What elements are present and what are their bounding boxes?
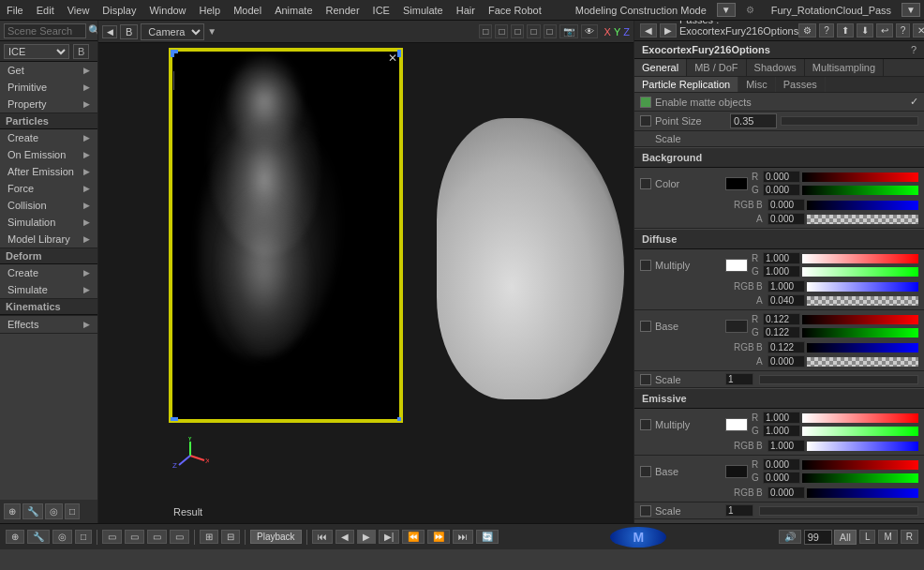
vp-icon-3[interactable]: □ [511,24,524,38]
tab-multisampling[interactable]: Multisampling [805,59,884,76]
diff-base-a-input[interactable] [768,355,805,368]
bb-icon-6[interactable]: ▭ [125,530,144,544]
menu-hair[interactable]: Hair [450,3,482,18]
emis-multiply-checkbox[interactable] [640,419,651,430]
diff-base-swatch[interactable] [725,320,748,333]
primitive-button[interactable]: Primitive ▶ [0,79,97,96]
tool-icon-1[interactable]: ⊕ [4,503,21,519]
diff-scale-input[interactable] [725,373,753,385]
diff-base-g-input[interactable] [763,326,800,338]
passes-icon-4[interactable]: ⬇ [857,23,873,38]
tab-mb-dof[interactable]: MB / DoF [687,59,746,76]
property-button[interactable]: Property ▶ [0,96,97,112]
ice-dropdown[interactable]: ICE [4,44,69,59]
emis-scale-slider[interactable] [759,506,918,516]
menu-edit[interactable]: Edit [30,3,61,18]
bg-a-input[interactable] [768,213,805,225]
emis-multiply-swatch[interactable] [725,418,748,431]
bb-icon-r2[interactable]: M [878,530,897,544]
menu-help[interactable]: Help [193,3,228,18]
bg-b-input[interactable] [768,199,805,211]
force-button[interactable]: Force ▶ [0,180,97,197]
bg-g-input[interactable] [763,184,800,196]
emis-base-r-input[interactable] [763,458,800,471]
vp-icon-1[interactable]: □ [479,24,492,38]
bb-icon-1[interactable]: ⊕ [6,530,24,544]
deform-create-button[interactable]: Create ▶ [0,264,97,281]
passes-close-button[interactable]: ✕ [913,23,924,38]
diff-base-r-input[interactable] [763,313,800,325]
tab-shadows[interactable]: Shadows [747,59,805,76]
bb-icon-9[interactable]: ⊞ [200,530,218,544]
menu-display[interactable]: Display [96,3,142,18]
menu-render[interactable]: Render [320,3,366,18]
emis-base-b-input[interactable] [768,487,805,499]
bg-color-checkbox[interactable] [640,178,651,189]
emis-scale-input[interactable] [725,504,753,517]
diff-mul-a-input[interactable] [768,294,805,307]
menu-view[interactable]: View [61,3,97,18]
diff-base-b-input[interactable] [768,341,805,353]
bb-icon-2[interactable]: 🔧 [27,530,50,544]
nav-back-icon[interactable]: ◀ [102,25,117,38]
passes-icon-5[interactable]: ↩ [876,23,893,38]
vp-icon-2[interactable]: □ [495,24,508,38]
simulation-button[interactable]: Simulation ▶ [0,214,97,231]
frame-input[interactable] [804,530,832,545]
vp-eye-icon[interactable]: 👁 [581,24,598,38]
emis-mul-b-input[interactable] [768,440,805,452]
emis-base-g-input[interactable] [763,472,800,484]
diff-mul-g-input[interactable] [763,265,800,278]
bb-icon-r3[interactable]: R [901,530,918,544]
diff-mul-b-input[interactable] [768,280,805,292]
diff-scale-checkbox[interactable] [640,374,651,385]
bg-r-input[interactable] [763,171,800,183]
menu-file[interactable]: File [0,3,30,18]
menu-simulate[interactable]: Simulate [396,3,450,18]
tool-icon-2[interactable]: 🔧 [22,503,43,519]
vp-icon-4[interactable]: □ [527,24,540,38]
point-size-input[interactable] [730,113,777,128]
subtab-misc[interactable]: Misc [738,77,776,92]
bb-icon-3[interactable]: ◎ [52,530,72,544]
vp-icon-5[interactable]: □ [544,24,557,38]
diff-multiply-checkbox[interactable] [640,260,651,271]
tool-icon-3[interactable]: ◎ [45,503,63,519]
transport-next-key[interactable]: ⏩ [427,530,450,544]
emis-scale-checkbox[interactable] [640,505,651,517]
menu-model[interactable]: Model [227,3,268,18]
bg-color-swatch[interactable] [725,177,748,190]
playback-button[interactable]: Playback [250,530,302,544]
vp-cam-icon[interactable]: 📷 [559,24,578,38]
passes-icon-1[interactable]: ⚙ [798,23,816,38]
scene-search-input[interactable] [4,23,86,38]
bb-icon-4[interactable]: □ [75,530,92,544]
bb-icon-7[interactable]: ▭ [147,530,167,544]
effects-button[interactable]: Effects ▶ [0,316,97,333]
audio-icon[interactable]: 🔊 [779,530,801,544]
passes-icon-2[interactable]: ? [819,23,834,38]
subtab-particle-replication[interactable]: Particle Replication [634,77,738,92]
pass-dropdown[interactable]: ▼ [902,3,920,17]
on-emission-button[interactable]: On Emission ▶ [0,146,97,163]
particles-create-button[interactable]: Create ▶ [0,129,97,146]
deform-simulate-button[interactable]: Simulate ▶ [0,281,97,298]
viewport-canvas[interactable]: ✕ [98,43,633,523]
menu-window[interactable]: Window [142,3,192,18]
passes-icon-3[interactable]: ⬆ [837,23,854,38]
emis-mul-g-input[interactable] [763,425,800,437]
bb-icon-5[interactable]: ▭ [102,530,122,544]
transport-to-start[interactable]: ⏮ [312,530,333,544]
transport-next-frame[interactable]: ▶| [379,530,400,544]
emis-mul-r-input[interactable] [763,412,800,424]
exo-help-icon[interactable]: ? [911,44,917,55]
passes-nav-fwd[interactable]: ▶ [660,23,677,38]
emis-base-checkbox[interactable] [640,466,651,477]
menu-face-robot[interactable]: Face Robot [482,3,548,18]
viewport-close-icon[interactable]: ✕ [388,52,397,65]
menu-animate[interactable]: Animate [268,3,319,18]
subtab-passes[interactable]: Passes [776,77,826,92]
transport-prev-frame[interactable]: ◀ [335,530,354,544]
transport-prev-key[interactable]: ⏪ [402,530,425,544]
tool-icon-4[interactable]: □ [65,503,80,519]
